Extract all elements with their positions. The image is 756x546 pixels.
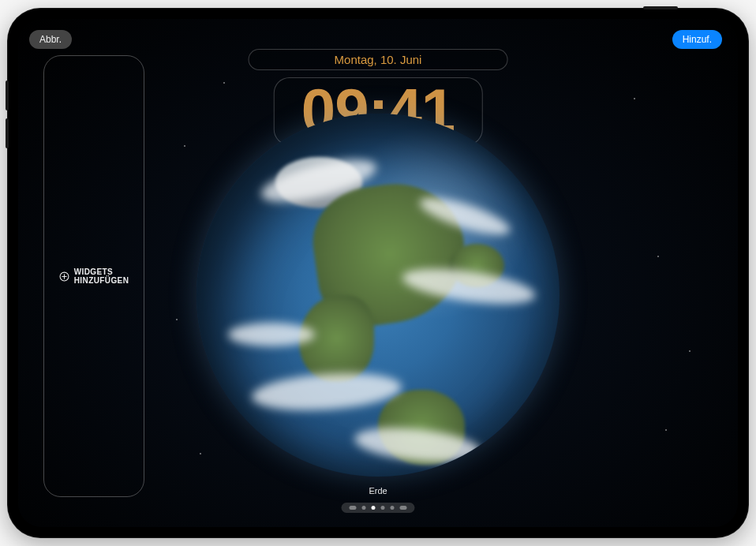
star-decoration	[657, 256, 659, 257]
add-widgets-label: WIDGETSHINZUFÜGEN	[74, 267, 129, 286]
star-decoration	[223, 82, 225, 84]
power-hw-button	[643, 6, 678, 9]
pager-dot	[362, 506, 366, 510]
add-button[interactable]: Hinzuf.	[672, 30, 722, 49]
earth-wallpaper	[196, 114, 560, 477]
cancel-button[interactable]: Abbr.	[29, 30, 72, 49]
ipad-device-frame: Abbr. Hinzuf. Montag, 10. Juni 09:41	[7, 8, 749, 538]
star-decoration	[184, 145, 185, 147]
star-decoration	[689, 350, 691, 352]
pager-dot	[381, 506, 385, 510]
plus-circle-icon	[59, 271, 69, 282]
star-decoration	[176, 319, 178, 320]
lock-screen-editor: Abbr. Hinzuf. Montag, 10. Juni 09:41	[18, 19, 738, 527]
add-widgets-panel[interactable]: WIDGETSHINZUFÜGEN	[43, 55, 144, 497]
wallpaper-pager[interactable]	[342, 503, 415, 513]
star-decoration	[634, 98, 635, 99]
wallpaper-name-label: Erde	[369, 486, 387, 496]
pager-dot	[350, 506, 357, 510]
add-widgets-content: WIDGETSHINZUFÜGEN	[59, 267, 129, 286]
volume-down-hw-button	[6, 118, 9, 148]
pager-dot	[400, 506, 407, 510]
star-decoration	[665, 429, 667, 431]
volume-up-hw-button	[6, 80, 9, 110]
pager-dot-active	[372, 506, 376, 510]
cloud-decoration	[228, 323, 315, 346]
star-decoration	[200, 453, 201, 454]
pager-dot	[391, 506, 395, 510]
date-widget[interactable]: Montag, 10. Juni	[249, 49, 508, 70]
cloud-decoration	[251, 368, 403, 414]
